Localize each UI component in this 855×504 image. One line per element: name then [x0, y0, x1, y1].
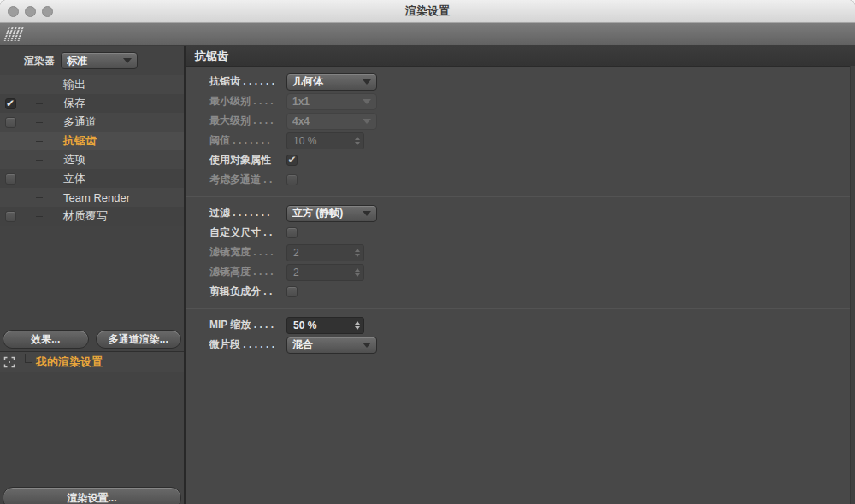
toolbar — [0, 23, 855, 46]
chevron-down-icon — [123, 58, 132, 63]
checkbox-slot — [0, 173, 21, 185]
chevron-down-icon — [363, 79, 371, 85]
renderer-dropdown[interactable]: 标准 — [61, 52, 138, 69]
consider-multi-passes-checkbox[interactable] — [286, 174, 298, 185]
main-panel: 抗锯齿 抗锯齿 . . . . . .几何体最小级别 . . . .1x1最大级… — [186, 46, 855, 504]
dropdown-value: 1x1 — [292, 96, 363, 108]
tree-tick — [36, 85, 43, 85]
tree-tick — [36, 160, 43, 161]
corner-brackets-icon — [3, 356, 15, 368]
sidebar-item-label: 保存 — [63, 96, 86, 111]
stepper-icon[interactable] — [355, 137, 360, 145]
render-preset-list: 我的渲染设置 — [0, 351, 184, 504]
tree-tick — [36, 179, 43, 179]
sidebar-item-label: 多通道 — [63, 114, 97, 130]
preset-item-my-render-settings[interactable]: 我的渲染设置 — [0, 352, 184, 372]
field-row-max-level: 最大级别 . . . .4x4 — [186, 111, 855, 131]
input-value: 2 — [293, 267, 355, 278]
min-level-dropdown[interactable]: 1x1 — [286, 93, 377, 110]
sidebar-item-label: 材质覆写 — [63, 208, 108, 224]
stepper-down-icon — [355, 326, 360, 330]
use-object-properties-checkbox[interactable]: ✔ — [286, 155, 298, 166]
field-row-filter-width: 滤镜宽度 . . . .2 — [186, 243, 855, 262]
mip-scale-input[interactable]: 50 % — [286, 317, 364, 334]
dropdown-value: 4x4 — [292, 115, 363, 127]
input-value: 10 % — [293, 135, 355, 147]
sidebar-item-output[interactable]: 输出 — [0, 75, 184, 94]
sidebar-item-label: 选项 — [63, 152, 86, 167]
sidebar-item-team-render[interactable]: Team Render — [0, 188, 184, 207]
field-row-threshold: 阈值 . . . . . . .10 % — [186, 131, 855, 150]
sidebar-item-label: 抗锯齿 — [63, 133, 97, 149]
render-settings-window: 渲染设置 渲染器 标准 输出✔保存多通道抗锯齿选项立体Team Render材质… — [0, 0, 855, 504]
field-row-custom-size: 自定义尺寸 . . — [186, 223, 855, 243]
filter-width-input[interactable]: 2 — [286, 244, 364, 261]
sidebar-buttons: 效果... 多通道渲染... — [0, 330, 184, 349]
field-row-consider-multi-passes: 考虑多通道 . . — [186, 170, 855, 190]
field-label: 阈值 . . . . . . . — [209, 133, 286, 148]
zoom-button[interactable] — [42, 6, 53, 17]
section-separator — [186, 196, 855, 197]
dropdown-value: 立方 (静帧) — [292, 206, 363, 220]
custom-size-checkbox[interactable] — [286, 227, 298, 238]
grid-icon[interactable] — [3, 27, 24, 41]
clip-negative-checkbox[interactable] — [286, 286, 298, 297]
sidebar-item-options[interactable]: 选项 — [0, 150, 184, 169]
titlebar: 渲染设置 — [0, 0, 855, 23]
tree-tick — [36, 216, 43, 217]
field-label: MIP 缩放 . . . . — [209, 318, 286, 332]
stereoscopic-enable-checkbox[interactable] — [5, 173, 16, 185]
sidebar-item-label: Team Render — [63, 191, 130, 204]
multi-pass-enable-checkbox[interactable] — [5, 117, 16, 128]
multipass-render-button[interactable]: 多通道渲染... — [96, 330, 182, 349]
input-value: 50 % — [293, 319, 355, 331]
chevron-down-icon — [363, 99, 371, 104]
renderer-label: 渲染器 — [24, 54, 55, 68]
field-row-filter: 过滤 . . . . . . .立方 (静帧) — [186, 203, 855, 223]
save-enable-checkbox[interactable]: ✔ — [5, 98, 16, 109]
dropdown-value: 混合 — [292, 337, 363, 352]
scrollbar-track[interactable] — [850, 66, 855, 504]
window-title: 渲染设置 — [0, 0, 855, 22]
panel-header: 抗锯齿 — [186, 46, 855, 67]
sidebar-item-save[interactable]: ✔保存 — [0, 94, 184, 113]
checkbox-slot — [0, 211, 21, 222]
preset-item-label: 我的渲染设置 — [36, 355, 103, 370]
panel-body: 抗锯齿 . . . . . .几何体最小级别 . . . .1x1最大级别 . … — [186, 67, 855, 355]
sidebar-item-anti-aliasing[interactable]: 抗锯齿 — [0, 132, 184, 150]
filter-dropdown[interactable]: 立方 (静帧) — [286, 205, 377, 222]
field-row-use-object-properties: 使用对象属性✔ — [186, 150, 855, 170]
field-row-micro-fragments: 微片段 . . . . . .混合 — [186, 335, 855, 355]
renderer-value: 标准 — [67, 54, 123, 68]
render-settings-button[interactable]: 渲染设置... — [3, 487, 181, 504]
category-tree: 输出✔保存多通道抗锯齿选项立体Team Render材质覆写 — [0, 75, 184, 226]
content: 渲染器 标准 输出✔保存多通道抗锯齿选项立体Team Render材质覆写 效果… — [0, 46, 855, 504]
sidebar-item-material-override[interactable]: 材质覆写 — [0, 207, 184, 226]
stepper-icon[interactable] — [355, 249, 360, 257]
stepper-up-icon — [355, 268, 360, 272]
micro-fragments-dropdown[interactable]: 混合 — [286, 337, 377, 354]
minimize-button[interactable] — [25, 6, 36, 17]
antialiasing-dropdown[interactable]: 几何体 — [286, 73, 377, 91]
effects-button[interactable]: 效果... — [3, 330, 89, 349]
field-label: 滤镜高度 . . . . — [209, 265, 286, 279]
tree-tick — [36, 122, 43, 123]
field-label: 最小级别 . . . . — [209, 94, 286, 108]
stepper-icon[interactable] — [355, 268, 360, 277]
tree-tick — [36, 197, 43, 198]
close-button[interactable] — [8, 6, 19, 17]
tree-tick — [36, 103, 43, 104]
threshold-input[interactable]: 10 % — [286, 132, 364, 149]
chevron-down-icon — [363, 343, 371, 348]
max-level-dropdown[interactable]: 4x4 — [286, 113, 377, 130]
stepper-icon[interactable] — [355, 321, 360, 330]
tree-tick — [36, 141, 43, 142]
sidebar-item-multi-pass[interactable]: 多通道 — [0, 113, 184, 132]
sidebar-item-label: 输出 — [63, 77, 86, 92]
dropdown-value: 几何体 — [292, 74, 363, 89]
material-override-enable-checkbox[interactable] — [5, 211, 16, 222]
field-label: 使用对象属性 — [209, 153, 286, 167]
sidebar: 渲染器 标准 输出✔保存多通道抗锯齿选项立体Team Render材质覆写 效果… — [0, 46, 184, 504]
sidebar-item-stereoscopic[interactable]: 立体 — [0, 169, 184, 188]
filter-height-input[interactable]: 2 — [286, 264, 364, 281]
